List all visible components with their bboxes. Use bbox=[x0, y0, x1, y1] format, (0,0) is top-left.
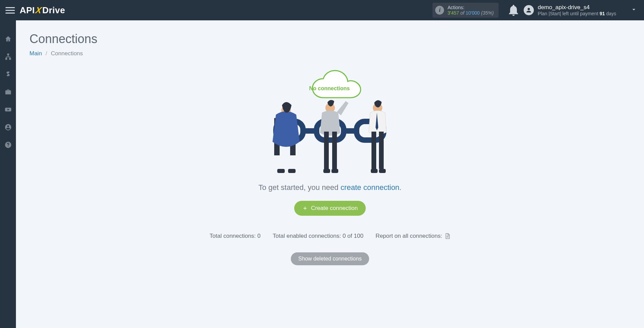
svg-rect-17 bbox=[323, 169, 330, 173]
svg-rect-21 bbox=[379, 132, 384, 169]
briefcase-icon bbox=[4, 88, 12, 96]
empty-prompt-text: To get started, you need create connecti… bbox=[29, 183, 630, 192]
sidebar-item-billing[interactable] bbox=[0, 69, 16, 79]
svg-rect-15 bbox=[324, 132, 329, 169]
topbar: API X Drive i Actions: 3'457 of 10'000 (… bbox=[0, 0, 644, 20]
report-all-connections-link[interactable]: Report on all connections: bbox=[376, 233, 450, 239]
bell-icon bbox=[507, 3, 520, 17]
avatar-icon bbox=[524, 5, 534, 15]
info-icon: i bbox=[435, 6, 444, 15]
svg-rect-16 bbox=[332, 132, 337, 169]
create-connection-button[interactable]: Create connection bbox=[294, 201, 366, 216]
logo-text-drive: Drive bbox=[42, 5, 65, 16]
svg-rect-12 bbox=[277, 169, 285, 173]
logo-text-api: API bbox=[20, 5, 35, 16]
document-icon bbox=[444, 233, 450, 239]
actions-counter-pill[interactable]: i Actions: 3'457 of 10'000 (35%) bbox=[432, 3, 498, 18]
cloud-text: No connections bbox=[309, 85, 349, 91]
svg-rect-22 bbox=[371, 169, 378, 173]
breadcrumb-main-link[interactable]: Main bbox=[29, 50, 42, 57]
plan-status: Plan |Start| left until payment 91 days bbox=[538, 11, 616, 16]
youtube-icon bbox=[4, 106, 12, 113]
sidebar-item-home[interactable] bbox=[0, 34, 16, 44]
create-connection-button-label: Create connection bbox=[311, 205, 358, 212]
stat-total: Total connections: 0 bbox=[209, 233, 260, 239]
breadcrumb: Main / Connections bbox=[29, 50, 630, 57]
stat-enabled: Total enabled connections: 0 of 100 bbox=[273, 233, 364, 239]
svg-rect-2 bbox=[9, 58, 11, 60]
user-menu-button[interactable]: demo_apix-drive_s4 Plan |Start| left unt… bbox=[524, 4, 637, 16]
plus-icon bbox=[302, 206, 308, 211]
menu-toggle-button[interactable] bbox=[5, 5, 15, 15]
svg-rect-23 bbox=[379, 169, 386, 173]
empty-state-illustration: No connections bbox=[262, 67, 398, 177]
logo-text-x: X bbox=[35, 5, 42, 16]
actions-label: Actions: bbox=[447, 5, 494, 10]
sidebar bbox=[0, 20, 16, 328]
sidebar-item-account[interactable] bbox=[0, 122, 16, 132]
show-deleted-connections-button[interactable]: Show deleted connections bbox=[291, 252, 369, 265]
user-name: demo_apix-drive_s4 bbox=[538, 4, 616, 11]
dollar-icon bbox=[4, 71, 12, 78]
actions-used: 3'457 bbox=[447, 10, 459, 16]
create-connection-link[interactable]: create connection bbox=[341, 183, 400, 192]
svg-rect-13 bbox=[288, 169, 296, 173]
breadcrumb-current: Connections bbox=[51, 50, 83, 57]
sidebar-item-connections[interactable] bbox=[0, 52, 16, 62]
chevron-down-icon bbox=[630, 6, 637, 14]
user-icon bbox=[4, 123, 12, 131]
main-content: Connections Main / Connections No connec… bbox=[16, 20, 644, 328]
svg-rect-20 bbox=[371, 132, 376, 169]
notifications-button[interactable] bbox=[507, 3, 520, 17]
actions-pct: (35%) bbox=[481, 10, 494, 16]
svg-rect-18 bbox=[331, 169, 338, 173]
connections-stats-row: Total connections: 0 Total enabled conne… bbox=[29, 233, 630, 239]
sidebar-item-tutorials[interactable] bbox=[0, 104, 16, 115]
sidebar-item-business[interactable] bbox=[0, 87, 16, 97]
home-icon bbox=[4, 35, 12, 43]
actions-total: 10'000 bbox=[466, 10, 480, 16]
sitemap-icon bbox=[4, 53, 12, 60]
sidebar-item-help[interactable] bbox=[0, 140, 16, 150]
brand-logo[interactable]: API X Drive bbox=[20, 5, 65, 16]
svg-rect-1 bbox=[5, 58, 7, 60]
page-title: Connections bbox=[29, 32, 630, 46]
question-icon bbox=[4, 141, 12, 149]
actions-of: of bbox=[460, 10, 464, 16]
svg-rect-0 bbox=[7, 54, 9, 55]
